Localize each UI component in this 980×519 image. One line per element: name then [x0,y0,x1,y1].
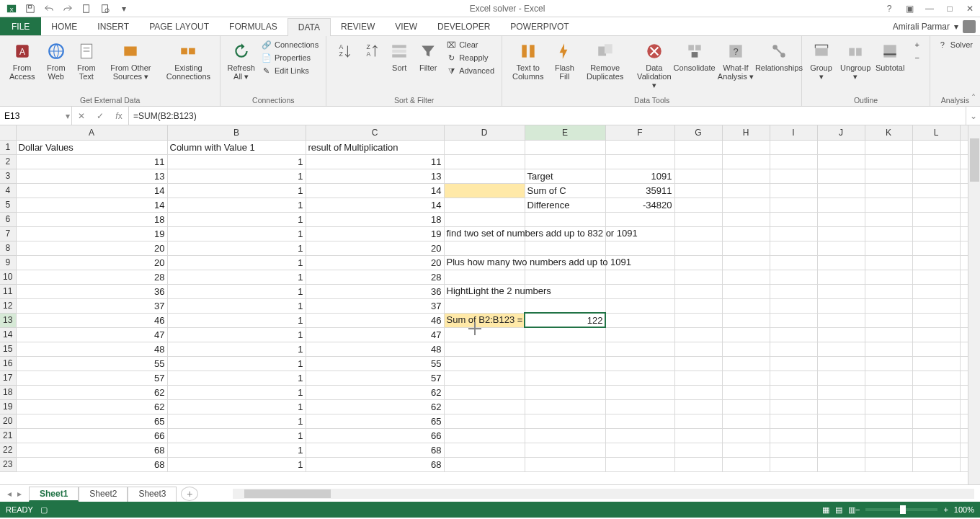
cell-A9[interactable]: 20 [16,255,167,270]
select-all-corner[interactable] [0,125,16,140]
cell-K17[interactable] [865,371,912,385]
zoom-slider[interactable] [865,508,937,511]
cell-J8[interactable] [817,241,865,255]
cell-C22[interactable]: 68 [306,443,444,457]
cell-A22[interactable]: 68 [16,443,167,457]
cell-C17[interactable]: 57 [306,371,444,385]
cell-C11[interactable]: 36 [306,284,444,298]
cell-D9[interactable]: Plus how many two numbers add up to 1091 [444,255,525,270]
cell-H6[interactable] [722,212,770,226]
row-header-17[interactable]: 17 [0,371,16,385]
cell-C3[interactable]: 13 [306,169,444,183]
cell-G16[interactable] [674,356,722,371]
row-header-8[interactable]: 8 [0,241,16,255]
cell-E12[interactable] [525,298,605,313]
cell-B4[interactable]: 1 [167,183,306,198]
cell-D20[interactable] [444,414,525,428]
cell-H21[interactable] [722,428,770,443]
cell-G22[interactable] [674,443,722,457]
cell-C7[interactable]: 19 [306,226,444,241]
cell-K22[interactable] [865,443,912,457]
cell-C10[interactable]: 28 [306,270,444,284]
cell-B7[interactable]: 1 [167,226,306,241]
cell-A4[interactable]: 14 [16,183,167,198]
cell-H13[interactable] [722,313,770,327]
cell-F16[interactable] [605,356,674,371]
row-header-2[interactable]: 2 [0,154,16,169]
cell-G5[interactable] [674,198,722,212]
sort-az-button[interactable]: AZ [331,39,357,65]
cell-I4[interactable] [770,183,817,198]
cell-J13[interactable] [817,313,865,327]
column-header-G[interactable]: G [674,125,722,140]
cell-A17[interactable]: 57 [16,371,167,385]
cell-C9[interactable]: 20 [306,255,444,270]
cell-J1[interactable] [817,140,865,154]
cell-H7[interactable] [722,226,770,241]
cell-J5[interactable] [817,198,865,212]
column-header-D[interactable]: D [444,125,525,140]
cell-E2[interactable] [525,154,605,169]
flash-fill-button[interactable]: Flash Fill [551,39,578,82]
cell-B19[interactable]: 1 [167,399,306,414]
refresh-all-button[interactable]: Refresh All ▾ [225,39,257,82]
cell-C19[interactable]: 62 [306,399,444,414]
cell-G17[interactable] [674,371,722,385]
cell-D5[interactable] [444,198,525,212]
cell-H17[interactable] [722,371,770,385]
cell-K12[interactable] [865,298,912,313]
cell-I18[interactable] [770,385,817,399]
user-area[interactable]: Amirali Parmar ▾ [893,17,980,35]
cell-E17[interactable] [525,371,605,385]
cell-G12[interactable] [674,298,722,313]
cell-L14[interactable] [912,327,960,342]
cell-F20[interactable] [605,414,674,428]
cell-K7[interactable] [865,226,912,241]
cell-B16[interactable]: 1 [167,356,306,371]
row-header-15[interactable]: 15 [0,342,16,356]
tab-view[interactable]: VIEW [385,17,427,35]
cell-L11[interactable] [912,284,960,298]
maximize-icon[interactable]: □ [940,1,960,16]
view-break-icon[interactable]: ▥ [848,505,855,515]
row-header-10[interactable]: 10 [0,270,16,284]
cell-K20[interactable] [865,414,912,428]
cell-C20[interactable]: 65 [306,414,444,428]
cell-C8[interactable]: 20 [306,241,444,255]
cell-I2[interactable] [770,154,817,169]
cell-G9[interactable] [674,255,722,270]
cell-E18[interactable] [525,385,605,399]
sort-button[interactable]: Sort [386,39,413,74]
relationships-button[interactable]: Relationships [761,39,798,74]
cell-D4[interactable] [444,183,525,198]
cell-E3[interactable]: Target [525,169,605,183]
column-header-C[interactable]: C [306,125,444,140]
cell-D19[interactable] [444,399,525,414]
cell-I21[interactable] [770,428,817,443]
cell-J15[interactable] [817,342,865,356]
cell-I22[interactable] [770,443,817,457]
cell-H19[interactable] [722,399,770,414]
help-icon[interactable]: ? [879,1,899,16]
cell-H20[interactable] [722,414,770,428]
cell-H22[interactable] [722,443,770,457]
cell-L21[interactable] [912,428,960,443]
from-web-button[interactable]: From Web [41,39,71,82]
cell-D21[interactable] [444,428,525,443]
cell-L6[interactable] [912,212,960,226]
cell-B15[interactable]: 1 [167,342,306,356]
cell-G18[interactable] [674,385,722,399]
cell-B5[interactable]: 1 [167,198,306,212]
row-header-5[interactable]: 5 [0,198,16,212]
cell-K8[interactable] [865,241,912,255]
cell-J20[interactable] [817,414,865,428]
cell-F2[interactable] [605,154,674,169]
cell-I14[interactable] [770,327,817,342]
advanced-button[interactable]: ⧩Advanced [443,65,497,76]
cell-L9[interactable] [912,255,960,270]
cell-K3[interactable] [865,169,912,183]
cell-D23[interactable] [444,457,525,471]
row-header-21[interactable]: 21 [0,428,16,443]
close-icon[interactable]: ✕ [960,1,980,16]
cell-F13[interactable] [605,313,674,327]
